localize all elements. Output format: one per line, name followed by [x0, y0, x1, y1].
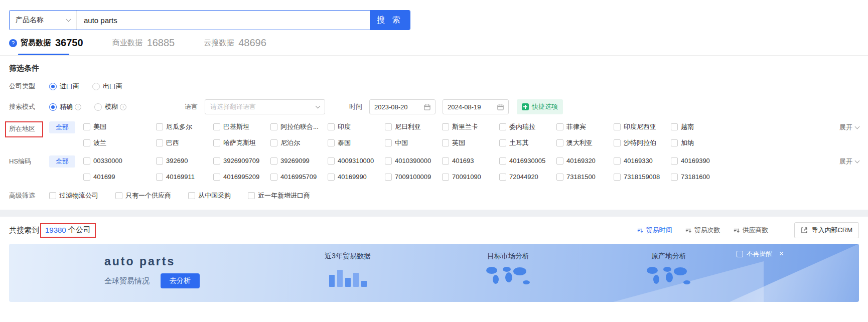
checkbox-icon[interactable] — [671, 139, 678, 146]
checkbox-icon[interactable] — [115, 192, 122, 199]
checkbox-icon[interactable] — [385, 123, 392, 130]
checkbox-icon[interactable] — [556, 139, 563, 146]
checkbox-icon[interactable] — [556, 157, 563, 165]
checkbox-icon[interactable] — [442, 174, 449, 181]
radio-icon[interactable] — [94, 103, 102, 111]
region-checkbox[interactable]: 斯里兰卡 — [442, 121, 499, 132]
checkbox-icon[interactable] — [248, 192, 255, 199]
region-checkbox[interactable]: 美国 — [83, 121, 156, 132]
checkbox-icon[interactable] — [614, 123, 621, 130]
hs-code-checkbox[interactable]: 4016995209 — [213, 172, 270, 183]
radio-icon[interactable] — [92, 83, 100, 90]
checkbox-icon[interactable] — [188, 192, 195, 199]
start-date-input[interactable]: 2023-08-20 — [369, 99, 436, 114]
checkbox-icon[interactable] — [614, 157, 621, 165]
search-button[interactable]: 搜 索 — [370, 11, 410, 30]
search-input[interactable] — [77, 11, 370, 30]
info-icon[interactable] — [120, 104, 126, 110]
checkbox-icon[interactable] — [499, 139, 506, 146]
region-expand-link[interactable]: 展开 — [839, 121, 859, 133]
analyze-button[interactable]: 去分析 — [161, 273, 200, 288]
region-checkbox[interactable]: 土耳其 — [499, 137, 556, 148]
region-checkbox[interactable]: 越南 — [671, 121, 728, 132]
advanced-filter-checkbox[interactable]: 近一年新增进口商 — [248, 190, 310, 201]
checkbox-icon[interactable] — [83, 174, 90, 181]
checkbox-icon[interactable] — [671, 157, 678, 165]
region-checkbox[interactable]: 厄瓜多尔 — [156, 121, 213, 132]
checkbox-icon[interactable] — [442, 123, 449, 130]
hs-code-checkbox[interactable]: 401693 — [442, 155, 499, 167]
hs-code-all-button[interactable]: 全部 — [49, 155, 75, 168]
hs-code-expand-link[interactable]: 展开 — [839, 155, 859, 168]
search-category-dropdown[interactable]: 产品名称 — [10, 11, 77, 30]
hs-code-checkbox[interactable]: 40169911 — [156, 172, 213, 183]
checkbox-icon[interactable] — [328, 123, 335, 130]
region-checkbox[interactable]: 菲律宾 — [556, 121, 614, 132]
tab-trade-data[interactable]: 贸易数据 36750 — [9, 37, 83, 55]
checkbox-icon[interactable] — [156, 123, 163, 130]
checkbox-icon[interactable] — [213, 174, 220, 181]
checkbox-icon[interactable] — [499, 157, 506, 165]
close-icon[interactable] — [779, 250, 784, 258]
region-checkbox[interactable]: 印度 — [328, 121, 385, 132]
radio-fuzzy-mode[interactable]: 模糊 — [94, 102, 126, 111]
sort-supplier-count[interactable]: 供应商数 — [733, 226, 768, 235]
radio-icon[interactable] — [49, 103, 57, 111]
checkbox-icon[interactable] — [156, 157, 163, 165]
checkbox-icon[interactable] — [83, 123, 90, 130]
checkbox-icon[interactable] — [671, 174, 678, 181]
checkbox-icon[interactable] — [442, 157, 449, 165]
checkbox-icon[interactable] — [499, 123, 506, 130]
radio-importer[interactable]: 进口商 — [49, 82, 79, 91]
checkbox-icon[interactable] — [328, 157, 335, 165]
checkbox-icon[interactable] — [270, 139, 277, 146]
import-crm-button[interactable]: 导入内部CRM — [794, 222, 859, 238]
advanced-filter-checkbox[interactable]: 过滤物流公司 — [49, 190, 98, 201]
region-checkbox[interactable]: 澳大利亚 — [556, 137, 614, 148]
checkbox-icon[interactable] — [556, 123, 563, 130]
radio-exact-mode[interactable]: 精确 — [49, 102, 81, 111]
hs-code-checkbox[interactable]: 4009310000 — [328, 155, 385, 167]
hs-code-checkbox[interactable]: 7318159008 — [614, 172, 671, 183]
checkbox-icon[interactable] — [213, 157, 220, 165]
region-checkbox[interactable]: 巴西 — [156, 137, 213, 148]
checkbox-icon[interactable] — [213, 123, 220, 130]
tab-business-data[interactable]: 商业数据 16885 — [112, 37, 175, 55]
end-date-input[interactable]: 2024-08-19 — [443, 99, 509, 114]
hs-code-checkbox[interactable]: 40169320 — [556, 155, 614, 167]
checkbox-icon[interactable] — [156, 174, 163, 181]
region-checkbox[interactable]: 中国 — [385, 137, 442, 148]
advanced-filter-checkbox[interactable]: 只有一个供应商 — [115, 190, 171, 201]
hs-code-checkbox[interactable]: 73181600 — [671, 172, 728, 183]
dismiss-checkbox[interactable] — [737, 251, 743, 257]
region-checkbox[interactable]: 哈萨克斯坦 — [213, 137, 270, 148]
region-checkbox[interactable]: 印度尼西亚 — [614, 121, 671, 132]
hs-code-checkbox[interactable]: 4016930005 — [499, 155, 556, 167]
hs-code-checkbox[interactable]: 40169330 — [614, 155, 671, 167]
help-icon[interactable] — [9, 39, 17, 47]
checkbox-icon[interactable] — [385, 139, 392, 146]
region-checkbox[interactable]: 泰国 — [328, 137, 385, 148]
checkbox-icon[interactable] — [614, 139, 621, 146]
advanced-filter-checkbox[interactable]: 从中国采购 — [188, 190, 231, 201]
checkbox-icon[interactable] — [385, 157, 392, 165]
radio-exporter[interactable]: 出口商 — [92, 82, 122, 91]
hs-code-checkbox[interactable]: 73181500 — [556, 172, 614, 183]
region-checkbox[interactable]: 沙特阿拉伯 — [614, 137, 671, 148]
hs-code-checkbox[interactable]: 3926909709 — [213, 155, 270, 167]
region-all-button[interactable]: 全部 — [49, 121, 75, 133]
quick-options-button[interactable]: 快捷选项 — [517, 99, 563, 114]
region-checkbox[interactable]: 尼泊尔 — [270, 137, 328, 148]
info-icon[interactable] — [75, 104, 81, 110]
checkbox-icon[interactable] — [83, 157, 90, 165]
checkbox-icon[interactable] — [270, 157, 277, 165]
tab-cloud-search-data[interactable]: 云搜数据 48696 — [204, 37, 266, 55]
hs-code-checkbox[interactable]: 392690 — [156, 155, 213, 167]
checkbox-icon[interactable] — [328, 139, 335, 146]
hs-code-checkbox[interactable]: 401699 — [83, 172, 156, 183]
checkbox-icon[interactable] — [213, 139, 220, 146]
checkbox-icon[interactable] — [83, 139, 90, 146]
hs-code-checkbox[interactable]: 70091090 — [442, 172, 499, 183]
region-checkbox[interactable]: 阿拉伯联合... — [270, 121, 328, 132]
checkbox-icon[interactable] — [328, 174, 335, 181]
